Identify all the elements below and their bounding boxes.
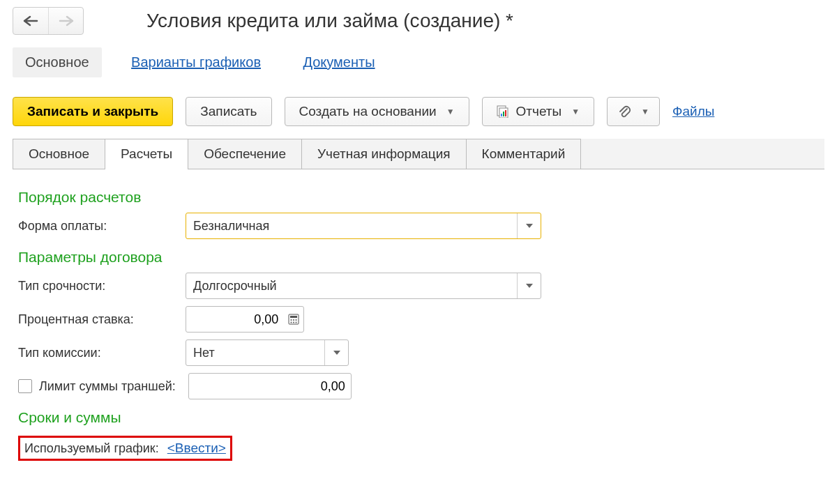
reports-button[interactable]: Отчеты ▼ <box>482 97 595 126</box>
svg-point-11 <box>293 322 294 323</box>
calculator-icon <box>288 314 299 325</box>
term-type-label: Тип срочности: <box>18 279 186 293</box>
svg-rect-2 <box>501 114 502 116</box>
svg-point-8 <box>293 319 294 321</box>
svg-point-7 <box>291 319 292 321</box>
reports-icon <box>497 105 509 118</box>
commission-dropdown-button[interactable] <box>324 340 348 365</box>
commission-combo[interactable]: Нет <box>186 339 349 366</box>
tab-calculations[interactable]: Расчеты <box>105 139 188 169</box>
tab-collateral[interactable]: Обеспечение <box>188 139 302 169</box>
rate-label: Процентная ставка: <box>18 312 186 327</box>
payment-form-combo[interactable]: Безналичная <box>186 213 541 239</box>
tab-comment[interactable]: Комментарий <box>466 139 582 169</box>
term-type-combo[interactable]: Долгосрочный <box>186 273 541 299</box>
write-button[interactable]: Записать <box>186 97 271 126</box>
commission-label: Тип комиссии: <box>18 346 186 360</box>
write-and-close-button[interactable]: Записать и закрыть <box>13 97 173 126</box>
svg-rect-3 <box>503 112 504 116</box>
attach-button[interactable]: ▼ <box>607 97 660 126</box>
svg-rect-4 <box>505 110 506 116</box>
detail-tabs: Основное Расчеты Обеспечение Учетная инф… <box>13 139 824 169</box>
files-link[interactable]: Файлы <box>672 104 714 119</box>
page-title: Условия кредита или займа (создание) * <box>146 10 513 32</box>
calculator-button[interactable] <box>284 314 303 325</box>
schedule-highlight-box: Используемый график: <Ввести> <box>18 436 232 461</box>
paperclip-icon <box>617 105 631 119</box>
tab-main[interactable]: Основное <box>13 139 105 169</box>
commission-value: Нет <box>186 346 324 360</box>
svg-point-10 <box>291 322 292 323</box>
top-nav: Основное Варианты графиков Документы <box>13 47 824 77</box>
nav-forward-button[interactable] <box>48 8 83 34</box>
svg-rect-6 <box>290 316 297 318</box>
section-settlement-order: Порядок расчетов <box>18 189 819 206</box>
svg-point-12 <box>296 322 297 323</box>
navtab-documents[interactable]: Документы <box>290 47 387 77</box>
rate-input[interactable] <box>186 312 284 327</box>
payment-form-value: Безналичная <box>193 219 269 233</box>
tranche-limit-checkbox[interactable] <box>18 379 32 393</box>
term-type-value: Долгосрочный <box>186 279 517 293</box>
create-based-on-button[interactable]: Создать на основании ▼ <box>285 97 469 126</box>
tab-accounting[interactable]: Учетная информация <box>301 139 467 169</box>
chevron-down-icon: ▼ <box>571 107 580 116</box>
tranche-limit-input-wrap <box>188 373 352 399</box>
tranche-limit-label: Лимит суммы траншей: <box>39 379 176 394</box>
nav-back-forward <box>13 7 84 35</box>
navtab-variants[interactable]: Варианты графиков <box>119 47 273 77</box>
create-based-on-label: Создать на основании <box>299 104 437 119</box>
payment-form-label: Форма оплаты: <box>18 219 186 234</box>
section-terms-amounts: Сроки и суммы <box>18 409 819 426</box>
chevron-down-icon: ▼ <box>641 107 649 116</box>
schedule-label: Используемый график: <box>24 441 159 456</box>
rate-input-wrap <box>186 306 304 333</box>
section-contract-params: Параметры договора <box>18 249 819 266</box>
payment-form-dropdown-button[interactable] <box>517 213 541 238</box>
chevron-down-icon: ▼ <box>446 107 455 116</box>
term-type-dropdown-button[interactable] <box>517 273 541 298</box>
reports-label: Отчеты <box>516 104 562 119</box>
nav-back-button[interactable] <box>13 8 48 34</box>
schedule-enter-link[interactable]: <Ввести> <box>167 441 226 456</box>
navtab-main[interactable]: Основное <box>13 47 102 77</box>
command-bar: Записать и закрыть Записать Создать на о… <box>13 97 824 126</box>
tranche-limit-input[interactable] <box>189 379 351 394</box>
svg-point-9 <box>296 319 297 321</box>
